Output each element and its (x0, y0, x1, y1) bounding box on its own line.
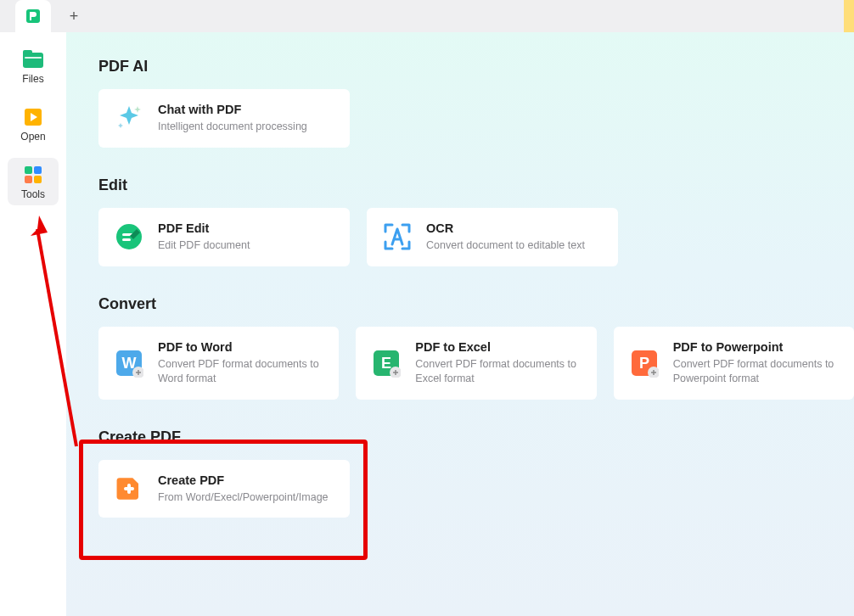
sidebar-item-tools[interactable]: Tools (8, 158, 59, 205)
card-pdf-to-powerpoint[interactable]: P PDF to Powerpoint Convert PDF format d… (614, 327, 854, 400)
svg-rect-7 (34, 166, 42, 174)
section-title-create: Create PDF (98, 428, 854, 446)
ocr-icon (382, 221, 413, 252)
excel-icon: E (371, 348, 402, 378)
card-pdf-edit[interactable]: PDF Edit Edit PDF document (98, 208, 350, 266)
svg-text:E: E (381, 355, 391, 372)
sidebar-item-label: Files (22, 73, 43, 85)
svg-rect-6 (25, 166, 32, 174)
card-subtitle: Convert PDF format documents to Powerpoi… (673, 357, 839, 386)
app-logo-icon (25, 8, 42, 25)
card-title: Chat with PDF (158, 103, 334, 116)
new-tab-button[interactable]: + (61, 3, 87, 29)
sidebar-item-open[interactable]: Open (8, 100, 59, 148)
card-create-pdf[interactable]: Create PDF From Word/Execl/Powerpoint/Im… (98, 460, 350, 518)
window-right-accent (844, 0, 854, 32)
card-title: PDF to Word (158, 340, 323, 354)
svg-rect-9 (34, 176, 42, 183)
card-subtitle: Convert PDF format documents to Word for… (158, 357, 323, 386)
svg-rect-12 (122, 238, 131, 241)
svg-rect-24 (127, 484, 131, 494)
card-subtitle: Intelligent document processing (158, 120, 334, 134)
plus-icon: + (70, 8, 79, 25)
card-chat-with-pdf[interactable]: Chat with PDF Intelligent document proce… (98, 89, 350, 148)
sidebar-item-label: Tools (21, 188, 45, 200)
card-subtitle: From Word/Execl/Powerpoint/Image (158, 490, 334, 505)
card-pdf-to-excel[interactable]: E PDF to Excel Convert PDF format docume… (356, 327, 596, 400)
card-title: PDF to Excel (415, 340, 581, 354)
section-title-edit: Edit (98, 176, 854, 194)
card-subtitle: Convert document to editable text (426, 238, 603, 253)
card-subtitle: Edit PDF document (158, 238, 334, 253)
svg-rect-2 (23, 50, 32, 56)
svg-rect-3 (25, 57, 42, 59)
window-tab-bar: + (0, 0, 854, 32)
section-title-convert: Convert (98, 295, 854, 313)
powerpoint-icon: P (629, 348, 660, 378)
sidebar-item-files[interactable]: Files (8, 42, 59, 90)
svg-point-10 (116, 224, 142, 249)
app-tab[interactable] (15, 0, 51, 32)
sparkle-icon (114, 103, 144, 133)
card-title: OCR (426, 221, 603, 235)
card-title: PDF Edit (158, 221, 334, 235)
sidebar: Files Open Tools (0, 0, 66, 616)
create-pdf-icon (114, 473, 144, 504)
card-title: PDF to Powerpoint (673, 340, 839, 354)
word-icon: W (114, 348, 144, 378)
files-icon (22, 49, 44, 70)
open-icon (23, 107, 43, 127)
card-ocr[interactable]: OCR Convert document to editable text (367, 208, 618, 266)
section-title-pdf-ai: PDF AI (98, 58, 854, 76)
sidebar-item-label: Open (20, 131, 45, 143)
card-title: Create PDF (158, 473, 334, 487)
svg-text:P: P (639, 355, 649, 372)
pdf-edit-icon (114, 221, 144, 252)
card-pdf-to-word[interactable]: W PDF to Word Convert PDF format documen… (98, 327, 339, 400)
card-subtitle: Convert PDF format documents to Excel fo… (415, 357, 581, 386)
main-content: PDF AI Chat with PDF Intelligent documen… (66, 0, 854, 616)
svg-rect-8 (25, 176, 32, 183)
tools-icon (23, 165, 43, 185)
